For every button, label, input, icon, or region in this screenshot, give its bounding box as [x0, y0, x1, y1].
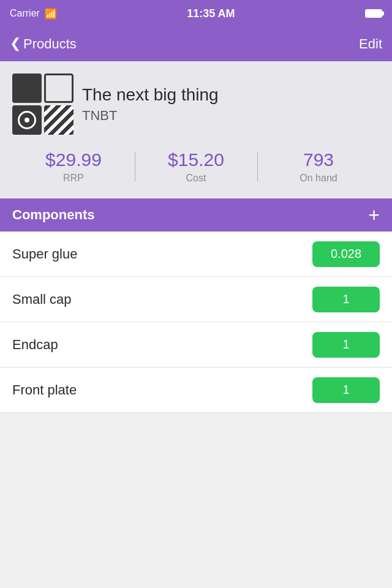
nav-bar: ❮ Products Edit — [0, 27, 392, 61]
component-quantity[interactable]: 1 — [312, 377, 380, 403]
product-title: The next big thing — [82, 85, 380, 105]
back-button[interactable]: ❮ Products — [10, 36, 77, 52]
component-item[interactable]: Front plate1 — [0, 368, 392, 413]
components-list: Super glue0.028Small cap1Endcap1Front pl… — [0, 232, 392, 413]
product-icons — [12, 74, 74, 135]
price-rrp: $29.99 RRP — [12, 149, 135, 184]
component-quantity[interactable]: 1 — [312, 332, 380, 358]
icon-outline — [44, 74, 74, 103]
carrier-label: Carrier — [10, 8, 40, 19]
rrp-value: $29.99 — [45, 149, 102, 170]
component-item[interactable]: Endcap1 — [0, 322, 392, 368]
price-row: $29.99 RRP $15.20 Cost 793 On hand — [12, 149, 380, 184]
components-title: Components — [12, 207, 94, 223]
component-item[interactable]: Super glue0.028 — [0, 232, 392, 277]
component-name: Super glue — [12, 246, 77, 262]
icon-stripes — [44, 105, 74, 135]
status-left: Carrier 📶 — [10, 8, 57, 20]
wifi-icon: 📶 — [45, 8, 57, 20]
component-name: Small cap — [12, 292, 72, 307]
component-quantity[interactable]: 0.028 — [312, 241, 380, 267]
onhand-value: 793 — [303, 149, 334, 170]
product-subtitle: TNBT — [82, 108, 380, 124]
component-item[interactable]: Small cap1 — [0, 277, 392, 322]
edit-button[interactable]: Edit — [359, 36, 382, 52]
product-name-area: The next big thing TNBT — [82, 85, 380, 124]
component-quantity[interactable]: 1 — [312, 287, 380, 312]
cost-label: Cost — [186, 173, 206, 184]
price-onhand: 793 On hand — [257, 149, 380, 184]
icon-target — [12, 105, 42, 135]
onhand-label: On hand — [300, 173, 337, 184]
back-chevron-icon: ❮ — [10, 36, 21, 51]
cost-value: $15.20 — [168, 149, 224, 170]
status-bar: Carrier 📶 11:35 AM — [0, 0, 392, 27]
status-time: 11:35 AM — [187, 7, 235, 20]
components-header: Components + — [0, 198, 392, 232]
rrp-label: RRP — [63, 173, 84, 184]
product-identity: The next big thing TNBT — [12, 74, 380, 135]
battery-icon — [365, 9, 382, 18]
back-label: Products — [23, 36, 77, 52]
component-name: Endcap — [12, 337, 58, 353]
price-cost: $15.20 Cost — [135, 149, 257, 184]
product-card: The next big thing TNBT $29.99 RRP $15.2… — [0, 61, 392, 198]
component-name: Front plate — [12, 382, 77, 398]
icon-solid — [12, 74, 42, 103]
add-component-button[interactable]: + — [368, 205, 380, 225]
